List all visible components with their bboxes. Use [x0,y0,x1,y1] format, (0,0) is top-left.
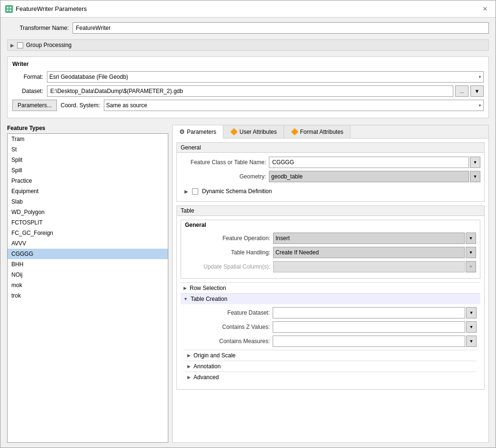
feature-list: TramStSplitSpillPracticeEquipmentSlabWD_… [7,133,168,443]
general-group-content: Feature Class or Table Name: ▼ Geometry: [177,153,484,201]
svg-rect-1 [9,7,11,9]
feature-dataset-dropdown-btn[interactable]: ▼ [466,307,477,318]
contains-z-select[interactable] [273,321,465,333]
params-coord-row: Parameters... Coord. System: Same as sou… [12,100,484,111]
row-selection-label: Row Selection [190,285,226,291]
parameters-button[interactable]: Parameters... [12,100,57,111]
window-title: FeatureWriter Parameters [16,5,87,12]
dataset-dropdown-button[interactable]: ▼ [470,85,484,97]
contains-measures-label: Contains Measures: [184,338,270,345]
group-processing-arrow: ▶ [10,43,14,48]
writer-section: Writer Format: Esri Geodatabase (File Ge… [7,56,489,118]
dataset-row: Dataset: ... ▼ [12,85,484,97]
feature-types-section: Feature Types TramStSplitSpillPracticeEq… [7,125,489,443]
feature-item[interactable]: Spill [8,165,168,176]
table-handling-dropdown-btn[interactable]: ▼ [466,247,476,258]
dynamic-schema-arrow: ▶ [184,189,188,194]
coord-select[interactable]: Same as source [104,100,484,111]
feature-types-label: Feature Types [7,125,168,131]
feature-class-row: Feature Class or Table Name: ▼ [181,157,480,168]
feature-op-select[interactable]: Insert [273,233,465,244]
feature-item[interactable]: Slab [8,196,168,207]
writer-title: Writer [12,61,484,67]
format-select[interactable]: Esri Geodatabase (File Geodb) [47,71,484,83]
table-handling-label: Table Handling: [185,249,270,256]
group-processing-checkbox[interactable] [17,42,23,48]
geometry-dropdown-btn[interactable]: ▼ [470,171,480,182]
group-processing-header[interactable]: ▶ Group Processing [7,39,489,51]
dynamic-schema-checkbox[interactable] [192,188,198,195]
contains-z-dropdown-btn[interactable]: ▼ [466,321,477,333]
annotation-header[interactable]: ▶ Annotation [184,361,477,372]
tab-format-attributes[interactable]: 🔶Format Attributes [284,125,350,138]
transformer-name-row: Transformer Name: [7,22,489,34]
contains-measures-select[interactable] [273,336,465,347]
feature-item[interactable]: trok [8,290,168,301]
transformer-name-input[interactable] [73,22,489,34]
advanced-arrow: ▶ [187,375,191,380]
contains-z-label: Contains Z Values: [184,324,270,330]
feature-item[interactable]: BHH [8,259,168,270]
feature-dataset-row: Feature Dataset: ▼ [184,307,477,318]
origin-scale-header[interactable]: ▶ Origin and Scale [184,350,477,361]
table-handling-value: Create If Needed ▼ [273,247,476,258]
feature-item[interactable]: mok [8,280,168,290]
dataset-browse-button[interactable]: ... [455,85,468,97]
app-icon [5,5,13,13]
svg-rect-0 [7,7,9,9]
user-attributes-tab-label: User Attributes [239,129,277,135]
table-creation-header[interactable]: ▼ Table Creation [181,293,480,304]
feature-dataset-input[interactable] [273,307,465,318]
feature-dataset-value: ▼ [273,307,477,318]
feature-item[interactable]: NOij [8,270,168,280]
tab-user-attributes[interactable]: 🔶User Attributes [223,125,284,138]
dataset-label: Dataset: [12,88,43,94]
advanced-label: Advanced [193,374,219,381]
feature-item[interactable]: FC_GC_Foreign [8,228,168,238]
feature-item[interactable]: St [8,144,168,155]
feature-dataset-label: Feature Dataset: [184,309,270,316]
feature-item[interactable]: Equipment [8,186,168,196]
svg-rect-2 [7,9,9,11]
parameters-tab-label: Parameters [187,129,216,135]
advanced-header[interactable]: ▶ Advanced [184,372,477,383]
feature-op-dropdown-btn[interactable]: ▼ [466,233,476,244]
annotation-arrow: ▶ [187,364,191,369]
table-creation-content: Feature Dataset: ▼ Contains Z Value [181,304,480,385]
table-creation-label: Table Creation [191,296,227,302]
feature-item[interactable]: Tram [8,134,168,144]
feature-item[interactable]: CGGGG [8,249,168,259]
general-group: General Feature Class or Table Name: ▼ [176,142,485,202]
contains-z-value: ▼ [273,321,477,333]
main-window: FeatureWriter Parameters × Transformer N… [0,0,496,448]
general-group-title: General [177,143,484,153]
feature-class-input[interactable] [269,157,469,168]
feature-class-label: Feature Class or Table Name: [181,159,266,166]
annotation-label: Annotation [193,363,220,370]
contains-measures-value: ▼ [273,336,477,347]
table-handling-select[interactable]: Create If Needed [273,247,465,258]
row-selection-header[interactable]: ▶ Row Selection [181,282,480,293]
close-button[interactable]: × [479,3,491,15]
format-label: Format: [12,74,43,80]
feature-list-panel: Feature Types TramStSplitSpillPracticeEq… [7,125,168,443]
feature-item[interactable]: WD_Polygon [8,207,168,217]
format-attributes-tab-label: Format Attributes [300,129,343,135]
contains-z-row: Contains Z Values: ▼ [184,321,477,333]
tab-parameters[interactable]: ⚙Parameters [173,125,223,139]
table-group-content: General Feature Operation: Insert [177,216,484,389]
feature-item[interactable]: AVVV [8,238,168,249]
feature-class-dropdown-btn[interactable]: ▼ [470,157,480,168]
row-selection-arrow: ▶ [184,286,187,290]
feature-item[interactable]: Split [8,155,168,165]
geometry-select[interactable]: geodb_table [269,171,469,182]
contains-measures-dropdown-btn[interactable]: ▼ [466,336,477,347]
contains-measures-row: Contains Measures: ▼ [184,336,477,347]
geometry-label: Geometry: [181,173,266,180]
feature-item[interactable]: FCTOSPLIT [8,217,168,228]
feature-item[interactable]: Practice [8,176,168,186]
feature-op-label: Feature Operation: [185,235,270,242]
params-panel: ⚙Parameters🔶User Attributes🔶Format Attri… [172,125,489,443]
feature-op-row: Feature Operation: Insert ▼ [185,233,476,244]
dataset-input[interactable] [47,85,453,97]
